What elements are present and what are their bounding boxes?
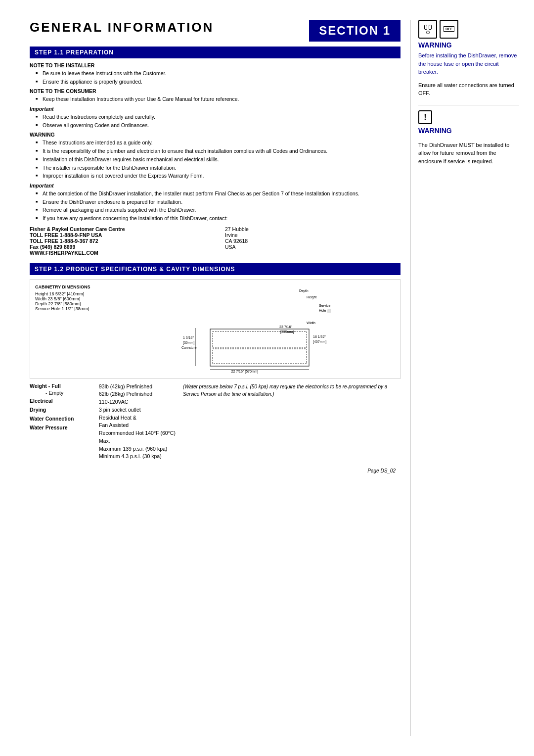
list-item: Be sure to leave these instructions with… <box>36 70 400 77</box>
specs-note-text: (Water pressure below 7 p.s.i. (50 kpa) … <box>183 384 387 397</box>
warning1-sidebar-title: Warning <box>418 41 519 49</box>
dim-service: Service Hole 1 1/2" [38mm] <box>35 306 124 311</box>
list-item: These Instructions are intended as a gui… <box>36 139 400 146</box>
exclaim-icon: ! <box>418 110 432 124</box>
contact-company: Fisher & Paykel Customer Care Centre <box>30 226 205 232</box>
contact-addr3: CA 92618 <box>225 238 400 244</box>
svg-text:1 3/16": 1 3/16" <box>183 336 194 339</box>
sidebar-warning2: ! Warning <box>418 110 519 137</box>
svg-text:22 7/16" [570mm]: 22 7/16" [570mm] <box>231 370 258 374</box>
contact-addr4: USA <box>225 244 400 250</box>
list-item: Ensure the DishDrawer enclosure is prepa… <box>36 198 400 206</box>
svg-text:16 1/32": 16 1/32" <box>313 335 326 338</box>
contact-addr2: Irvine <box>225 232 400 238</box>
drying-value2: Fan Assisted <box>99 422 178 429</box>
warning1-block: Warning These Instructions are intended … <box>30 132 400 179</box>
diagram-title: Cabinetry Dimensions <box>35 284 124 289</box>
svg-rect-6 <box>213 331 307 348</box>
drying-value1: Residual Heat & <box>99 414 178 422</box>
switch-icon: OFF <box>440 20 458 39</box>
svg-text:Service: Service <box>319 304 330 307</box>
warning3-sidebar-title: Warning <box>418 127 452 135</box>
contact-addr1: 27 Hubble <box>225 226 400 232</box>
outlet-hole-left <box>424 25 427 30</box>
important2-list: At the completion of the DishDrawer inst… <box>30 190 400 222</box>
weight-empty-label: - Empty <box>36 390 95 396</box>
electrical-value1: 110-120VAC <box>99 398 178 406</box>
dim-width: Width 23 5/8" [600mm] <box>35 296 124 301</box>
list-item: Observe all governing Codes and Ordinanc… <box>36 122 400 129</box>
svg-text:[595mm]: [595mm] <box>280 330 294 334</box>
sidebar: OFF Warning Before installing the DishDr… <box>410 20 519 736</box>
important1-list: Read these Instructions completely and c… <box>30 113 400 129</box>
list-item: Improper installation is not covered und… <box>36 172 400 180</box>
note-installer-title: Note to the Installer <box>30 62 400 68</box>
sidebar-divider <box>418 105 519 105</box>
weight-full-value: 93lb (42kg) Prefinished <box>99 383 178 391</box>
page-title: General Information <box>30 20 214 35</box>
svg-text:Depth: Depth <box>299 289 309 293</box>
drying-label: Drying <box>30 407 46 413</box>
warning1-title: Warning <box>30 132 400 138</box>
step2-header: Step 1.2 Product Specifications & Cavity… <box>30 263 400 275</box>
list-item: Read these Instructions completely and c… <box>36 113 400 121</box>
electrical-value2: 3 pin socket outlet <box>99 406 178 414</box>
contact-block: Fisher & Paykel Customer Care Centre TOL… <box>30 226 400 256</box>
list-item: Remove all packaging and materials suppl… <box>36 206 400 214</box>
svg-text:Height: Height <box>307 295 316 299</box>
outlet-hole-right <box>429 25 432 30</box>
outlet-icon <box>418 20 437 39</box>
specs-labels: Weight - Full - Empty Electrical Drying <box>30 383 94 461</box>
list-item: If you have any questions concerning the… <box>36 215 400 222</box>
contact-left: Fisher & Paykel Customer Care Centre TOL… <box>30 226 205 256</box>
note-installer-list: Be sure to leave these instructions with… <box>30 70 400 85</box>
weight-empty-value: 62lb (28kg) Prefinished <box>99 390 178 398</box>
water-pressure-value1: Maximum 139 p.s.i. (960 kpa) <box>99 445 178 453</box>
main-content: General Information Section 1 Step 1.1 P… <box>30 20 410 736</box>
note-installer-block: Note to the Installer Be sure to leave t… <box>30 62 400 85</box>
svg-text:23 7/16": 23 7/16" <box>279 325 292 329</box>
svg-text:Hole ⬜: Hole ⬜ <box>319 308 331 313</box>
warning1-list: These Instructions are intended as a gui… <box>30 139 400 179</box>
electrical-label: Electrical <box>30 398 53 404</box>
important1-block: Important Read these Instructions comple… <box>30 106 400 129</box>
contact-fax: Fax (949) 829 8699 <box>30 244 205 250</box>
diagram-specs: Height 16 5/32" [410mm] Width 23 5/8" [6… <box>35 291 124 311</box>
svg-text:Width: Width <box>307 321 315 325</box>
weight-full-label: Weight - Full <box>30 383 89 389</box>
important1-title: Important <box>30 106 400 112</box>
contact-toll1: TOLL FREE 1-888-9-FNP USA <box>30 232 205 238</box>
warning1-sidebar-text: Before installing the DishDrawer, remove… <box>418 51 519 76</box>
specs-table: Weight - Full - Empty Electrical Drying <box>30 383 400 461</box>
water-pressure-value2: Minimum 4.3 p.s.i. (30 kpa) <box>99 453 178 461</box>
specs-values: 93lb (42kg) Prefinished 62lb (28kg) Pref… <box>99 383 178 461</box>
warning-icons: OFF <box>418 20 519 39</box>
important2-title: Important <box>30 183 400 189</box>
contact-right: 27 Hubble Irvine CA 92618 USA <box>225 226 400 256</box>
warning2-sidebar-text: Ensure all water connections are turned … <box>418 81 519 97</box>
contact-website: WWW.FISHERPAYKEL.COM <box>30 250 205 256</box>
svg-rect-5 <box>210 329 309 366</box>
specs-note: (Water pressure below 7 p.s.i. (50 kpa) … <box>183 383 400 461</box>
dim-height: Height 16 5/32" [410mm] <box>35 291 124 296</box>
diagram-container: Cabinetry Dimensions Height 16 5/32" [41… <box>30 279 400 379</box>
list-item: Ensure this appliance is properly ground… <box>36 78 400 86</box>
list-item: The installer is responsible for the Dis… <box>36 164 400 172</box>
water-conn-value: Recommended Hot 140°F (60°C) Max. <box>99 429 178 445</box>
list-item: At the completion of the DishDrawer inst… <box>36 190 400 197</box>
page-number: Page DS_02 <box>30 468 400 473</box>
outlet-round <box>426 31 430 34</box>
dim-depth: Depth 22 7/8" [580mm] <box>35 301 124 306</box>
note-consumer-block: Note to the Consumer Keep these Installa… <box>30 88 400 103</box>
diagram-svg: Depth Height Service Hole ⬜ Width <box>180 284 349 374</box>
note-consumer-list: Keep these Installation Instructions wit… <box>30 95 400 103</box>
divider <box>30 260 400 260</box>
warning3-sidebar-text: The DishDrawer MUST be installed to allo… <box>418 141 519 166</box>
list-item: Installation of this DishDrawer requires… <box>36 156 400 163</box>
svg-text:[30mm]: [30mm] <box>183 341 194 345</box>
sidebar-warning1: OFF Warning Before installing the DishDr… <box>418 20 519 97</box>
warning1-blue-text: Before installing the DishDrawer, remove… <box>418 52 517 75</box>
section-badge: Section 1 <box>309 20 400 42</box>
page-header: General Information Section 1 <box>30 20 400 42</box>
list-item: It is the responsibility of the plumber … <box>36 147 400 155</box>
